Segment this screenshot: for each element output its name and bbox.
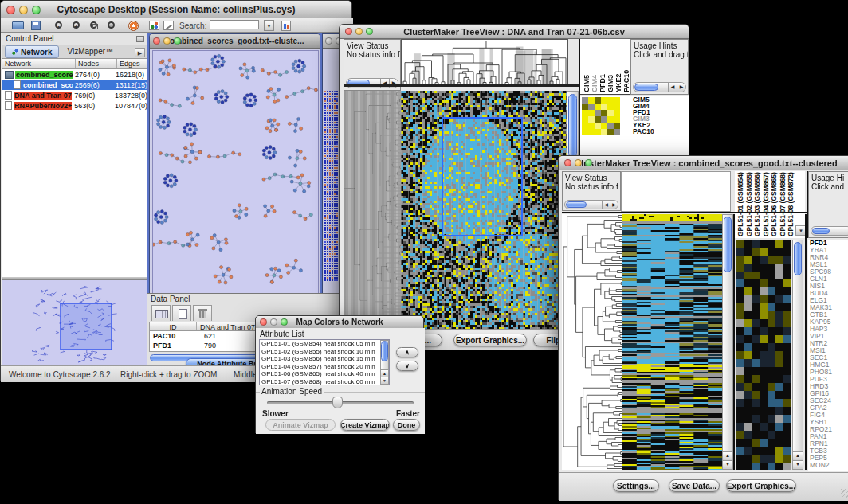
heatmap-cell[interactable]	[607, 123, 614, 129]
birdseye-canvas[interactable]	[3, 281, 147, 365]
zoom-in-icon[interactable]: +	[73, 21, 80, 29]
heatmap-cell[interactable]	[595, 104, 601, 110]
scroll-thumb[interactable]	[634, 84, 658, 91]
scroll-down-icon[interactable]: ▼	[381, 377, 388, 384]
table-row[interactable]: combined_sco2569(6)13112(15)	[2, 80, 147, 90]
network-canvas[interactable]	[152, 50, 319, 294]
col-nodes[interactable]: Nodes	[76, 59, 117, 68]
save-data-button[interactable]: Save Data...	[669, 479, 720, 492]
heatmap-cell[interactable]	[601, 129, 607, 135]
heatmap-cell[interactable]	[614, 110, 620, 116]
list-item[interactable]: GPL51-02 (GSM855) heat shock 10 min	[260, 348, 389, 356]
minimize-icon[interactable]	[575, 159, 582, 166]
tv1-column-dendrogram-canvas[interactable]	[401, 39, 568, 84]
heatmap-cell[interactable]	[582, 129, 588, 135]
heatmap-cell[interactable]	[607, 110, 614, 116]
treeview2-titlebar[interactable]: ClusterMaker TreeView : combined_scores_…	[559, 156, 848, 170]
zoom-window-icon[interactable]	[174, 37, 181, 45]
gene-label[interactable]: MON2	[808, 462, 848, 469]
minimize-icon[interactable]	[19, 6, 28, 14]
open-folder-icon[interactable]	[12, 21, 24, 29]
heatmap-cell[interactable]	[607, 97, 614, 104]
tv1-mini-heatmap[interactable]	[582, 97, 620, 135]
export-graphics-button[interactable]: Export Graphics...	[453, 334, 527, 346]
col-edges[interactable]: Edges	[117, 59, 147, 68]
data-col-id[interactable]: ID	[150, 322, 197, 330]
done-button[interactable]: Done	[393, 419, 420, 431]
scroll-thumb[interactable]	[568, 94, 577, 158]
search-input[interactable]	[210, 20, 259, 29]
scroll-left-icon[interactable]: ◀	[602, 201, 610, 209]
birdseye-view[interactable]	[2, 279, 147, 365]
table-row[interactable]: combined_scores2764(0)16218(0)	[2, 69, 147, 80]
scroll-down-icon[interactable]: ▼	[793, 460, 803, 469]
heatmap-cell[interactable]	[614, 123, 620, 129]
heatmap-cell[interactable]	[601, 110, 607, 116]
scroll-thumb[interactable]	[794, 242, 802, 275]
heatmap-cell[interactable]	[601, 123, 607, 129]
zoom-out-icon[interactable]: -	[55, 21, 62, 29]
close-icon[interactable]	[564, 159, 571, 166]
network-view-titlebar[interactable]: combined_scores_good.txt--cluste...	[150, 34, 320, 49]
minimize-icon[interactable]	[355, 28, 363, 35]
heatmap-cell[interactable]	[607, 129, 614, 135]
tv2-column-dendrogram-area[interactable]	[621, 171, 731, 212]
zoom-window-icon[interactable]	[366, 28, 373, 35]
scroll-right-icon[interactable]: ▶	[610, 201, 618, 209]
node-color-icon[interactable]	[149, 21, 159, 30]
help-lifesaver-icon[interactable]	[128, 21, 139, 31]
table-row[interactable]: DNA and Tran 07769(0)183728(0)	[2, 90, 147, 100]
heatmap-cell[interactable]	[614, 129, 620, 135]
animate-vizmap-button[interactable]: Animate Vizmap	[265, 419, 336, 431]
zoom-fit-icon[interactable]	[90, 21, 97, 29]
tv2-row-dendrogram-canvas[interactable]	[562, 214, 622, 470]
close-icon[interactable]	[345, 28, 352, 35]
save-disk-icon[interactable]	[31, 21, 41, 30]
tv1-row-dendrogram-canvas[interactable]	[344, 91, 401, 329]
tv2-zoom-heatmap-canvas[interactable]	[736, 240, 791, 470]
treeview1-titlebar[interactable]: ClusterMaker TreeView : DNA and Tran 07-…	[340, 25, 689, 39]
move-down-button[interactable]: ∨	[396, 361, 418, 371]
list-item[interactable]: GPL51-06 (GSM865) heat shock 40 min	[260, 370, 389, 378]
heatmap-cell[interactable]	[588, 97, 595, 104]
heatmap-cell[interactable]	[588, 129, 595, 135]
create-vizmap-button[interactable]: Create Vizmap	[340, 419, 390, 431]
table-row[interactable]: RNAPuberNov2+563(0)107847(0)	[2, 100, 147, 111]
scroll-thumb[interactable]	[381, 341, 388, 361]
tv2-heatmap-canvas[interactable]	[622, 214, 722, 470]
resize-grip[interactable]	[841, 489, 848, 498]
heatmap-cell[interactable]	[588, 116, 595, 123]
heatmap-cell[interactable]	[614, 104, 620, 110]
close-icon[interactable]	[325, 37, 332, 45]
export-graphics-button[interactable]: Export Graphics...	[726, 479, 796, 492]
row-label[interactable]: PAC10	[633, 128, 684, 135]
heatmap-cell[interactable]	[595, 97, 601, 104]
scroll-thumb[interactable]	[566, 201, 587, 208]
tab-vizmapper[interactable]: VizMapper™	[59, 46, 121, 57]
scroll-thumb[interactable]	[724, 217, 732, 272]
annotation-icon[interactable]	[163, 21, 174, 30]
heatmap-cell[interactable]	[595, 123, 601, 129]
trash-icon[interactable]	[193, 305, 212, 321]
scroll-left-icon[interactable]: ◀	[668, 83, 677, 92]
zoom-window-icon[interactable]	[32, 6, 41, 14]
heatmap-cell[interactable]	[588, 110, 595, 116]
list-item[interactable]: GPL51-04 (GSM857) heat shock 20 min	[260, 363, 389, 371]
tv2-usage-hscrollbar[interactable]	[811, 226, 848, 236]
col-network[interactable]: Network	[2, 59, 76, 68]
heatmap-cell[interactable]	[582, 97, 588, 104]
minimize-icon[interactable]	[270, 318, 277, 326]
close-icon[interactable]	[6, 6, 15, 14]
tab-overflow-arrow-icon[interactable]: ▶	[135, 48, 145, 57]
heatmap-cell[interactable]	[582, 116, 588, 123]
minimize-icon[interactable]	[163, 37, 171, 45]
tv2-zoom-vscrollbar[interactable]: ▲ ▼	[792, 240, 803, 470]
scroll-up-icon[interactable]: ▲	[381, 369, 388, 377]
heatmap-cell[interactable]	[601, 104, 607, 110]
tv1-heatmap-canvas[interactable]	[401, 91, 567, 329]
list-item[interactable]: GPL51-03 (GSM856) heat shock 15 min	[260, 355, 389, 363]
heatmap-cell[interactable]	[614, 97, 620, 104]
scroll-up-icon[interactable]: ▲	[723, 451, 732, 460]
list-item[interactable]: GPL51-01 (GSM854) heat shock 05 min	[260, 340, 389, 348]
table-view-icon[interactable]	[151, 305, 171, 321]
